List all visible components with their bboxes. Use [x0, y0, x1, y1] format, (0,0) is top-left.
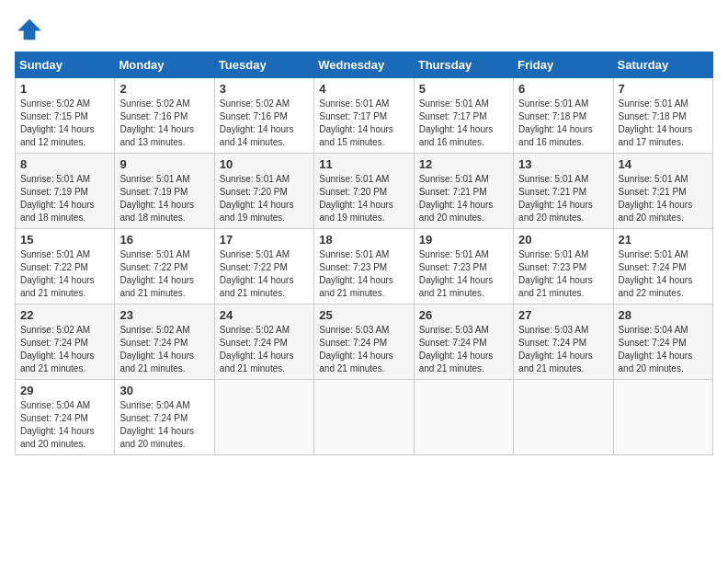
day-number: 10: [220, 157, 309, 171]
calendar-cell: 19Sunrise: 5:01 AMSunset: 7:23 PMDayligh…: [414, 229, 513, 304]
day-number: 13: [518, 157, 608, 171]
day-info: Sunrise: 5:01 AMSunset: 7:23 PMDaylight:…: [319, 249, 393, 298]
day-number: 28: [619, 308, 708, 322]
day-info: Sunrise: 5:04 AMSunset: 7:24 PMDaylight:…: [119, 400, 194, 449]
day-number: 2: [119, 82, 209, 96]
calendar-cell: 18Sunrise: 5:01 AMSunset: 7:23 PMDayligh…: [314, 229, 414, 304]
day-number: 9: [119, 157, 209, 171]
calendar-cell: [214, 380, 313, 455]
calendar-cell: 24Sunrise: 5:02 AMSunset: 7:24 PMDayligh…: [214, 304, 313, 380]
day-info: Sunrise: 5:01 AMSunset: 7:20 PMDaylight:…: [319, 174, 393, 223]
week-row-5: 29Sunrise: 5:04 AMSunset: 7:24 PMDayligh…: [16, 380, 713, 455]
calendar-cell: 14Sunrise: 5:01 AMSunset: 7:21 PMDayligh…: [613, 154, 712, 229]
calendar-cell: 21Sunrise: 5:01 AMSunset: 7:24 PMDayligh…: [613, 229, 712, 304]
calendar-cell: 8Sunrise: 5:01 AMSunset: 7:19 PMDaylight…: [16, 154, 115, 229]
day-number: 22: [20, 308, 109, 322]
calendar-cell: 7Sunrise: 5:01 AMSunset: 7:18 PMDaylight…: [613, 78, 712, 154]
day-info: Sunrise: 5:01 AMSunset: 7:18 PMDaylight:…: [518, 98, 593, 147]
calendar-cell: [414, 380, 513, 455]
day-number: 4: [319, 82, 408, 96]
header-thursday: Thursday: [414, 52, 513, 78]
day-info: Sunrise: 5:02 AMSunset: 7:15 PMDaylight:…: [20, 98, 95, 147]
calendar-cell: [613, 380, 712, 455]
day-info: Sunrise: 5:01 AMSunset: 7:22 PMDaylight:…: [20, 249, 95, 298]
calendar-cell: [314, 380, 414, 455]
calendar-table: SundayMondayTuesdayWednesdayThursdayFrid…: [15, 52, 713, 455]
day-number: 17: [220, 233, 309, 247]
svg-marker-0: [17, 19, 41, 40]
week-row-2: 8Sunrise: 5:01 AMSunset: 7:19 PMDaylight…: [16, 154, 713, 229]
day-number: 1: [20, 82, 109, 96]
day-info: Sunrise: 5:01 AMSunset: 7:21 PMDaylight:…: [619, 174, 693, 223]
calendar-cell: 29Sunrise: 5:04 AMSunset: 7:24 PMDayligh…: [16, 380, 115, 455]
calendar-cell: [514, 380, 613, 455]
calendar-cell: 16Sunrise: 5:01 AMSunset: 7:22 PMDayligh…: [115, 229, 214, 304]
day-info: Sunrise: 5:01 AMSunset: 7:19 PMDaylight:…: [20, 174, 95, 223]
header-sunday: Sunday: [16, 52, 115, 78]
day-info: Sunrise: 5:03 AMSunset: 7:24 PMDaylight:…: [419, 325, 494, 373]
calendar-cell: 10Sunrise: 5:01 AMSunset: 7:20 PMDayligh…: [214, 154, 313, 229]
calendar-cell: 20Sunrise: 5:01 AMSunset: 7:23 PMDayligh…: [514, 229, 613, 304]
calendar-cell: 28Sunrise: 5:04 AMSunset: 7:24 PMDayligh…: [613, 304, 712, 380]
day-number: 14: [619, 157, 708, 171]
day-info: Sunrise: 5:01 AMSunset: 7:22 PMDaylight:…: [119, 249, 194, 298]
day-info: Sunrise: 5:04 AMSunset: 7:24 PMDaylight:…: [20, 400, 95, 449]
header-row: SundayMondayTuesdayWednesdayThursdayFrid…: [16, 52, 713, 78]
day-info: Sunrise: 5:04 AMSunset: 7:24 PMDaylight:…: [619, 325, 693, 373]
calendar-cell: 22Sunrise: 5:02 AMSunset: 7:24 PMDayligh…: [16, 304, 115, 380]
day-number: 19: [419, 233, 508, 247]
day-number: 5: [419, 82, 508, 96]
day-number: 12: [419, 157, 508, 171]
day-number: 24: [220, 308, 309, 322]
day-info: Sunrise: 5:02 AMSunset: 7:16 PMDaylight:…: [119, 98, 194, 147]
day-number: 30: [119, 384, 209, 397]
week-row-4: 22Sunrise: 5:02 AMSunset: 7:24 PMDayligh…: [16, 304, 713, 380]
day-info: Sunrise: 5:01 AMSunset: 7:24 PMDaylight:…: [619, 249, 693, 298]
day-info: Sunrise: 5:01 AMSunset: 7:17 PMDaylight:…: [419, 98, 494, 147]
day-info: Sunrise: 5:01 AMSunset: 7:23 PMDaylight:…: [419, 249, 494, 298]
day-info: Sunrise: 5:01 AMSunset: 7:20 PMDaylight:…: [220, 174, 294, 223]
day-info: Sunrise: 5:02 AMSunset: 7:24 PMDaylight:…: [119, 325, 194, 373]
day-number: 8: [20, 157, 109, 171]
calendar-cell: 5Sunrise: 5:01 AMSunset: 7:17 PMDaylight…: [414, 78, 513, 154]
day-info: Sunrise: 5:02 AMSunset: 7:24 PMDaylight:…: [20, 325, 95, 373]
calendar-cell: 2Sunrise: 5:02 AMSunset: 7:16 PMDaylight…: [115, 78, 214, 154]
week-row-3: 15Sunrise: 5:01 AMSunset: 7:22 PMDayligh…: [16, 229, 713, 304]
logo: [15, 15, 48, 44]
calendar-cell: 26Sunrise: 5:03 AMSunset: 7:24 PMDayligh…: [414, 304, 513, 380]
day-number: 29: [20, 384, 109, 397]
day-number: 25: [319, 308, 408, 322]
day-number: 11: [319, 157, 408, 171]
logo-icon: [15, 15, 44, 44]
week-row-1: 1Sunrise: 5:02 AMSunset: 7:15 PMDaylight…: [16, 78, 713, 154]
day-number: 20: [518, 233, 608, 247]
calendar-cell: 3Sunrise: 5:02 AMSunset: 7:16 PMDaylight…: [214, 78, 313, 154]
day-number: 15: [20, 233, 109, 247]
calendar-cell: 27Sunrise: 5:03 AMSunset: 7:24 PMDayligh…: [514, 304, 613, 380]
day-info: Sunrise: 5:01 AMSunset: 7:23 PMDaylight:…: [518, 249, 593, 298]
calendar-cell: 30Sunrise: 5:04 AMSunset: 7:24 PMDayligh…: [115, 380, 214, 455]
calendar-cell: 11Sunrise: 5:01 AMSunset: 7:20 PMDayligh…: [314, 154, 414, 229]
day-number: 16: [119, 233, 209, 247]
day-number: 21: [619, 233, 708, 247]
day-number: 3: [220, 82, 309, 96]
calendar-cell: 15Sunrise: 5:01 AMSunset: 7:22 PMDayligh…: [16, 229, 115, 304]
day-info: Sunrise: 5:03 AMSunset: 7:24 PMDaylight:…: [319, 325, 393, 373]
day-info: Sunrise: 5:01 AMSunset: 7:21 PMDaylight:…: [419, 174, 494, 223]
day-number: 18: [319, 233, 408, 247]
header-friday: Friday: [514, 52, 613, 78]
header-tuesday: Tuesday: [214, 52, 313, 78]
day-number: 26: [419, 308, 508, 322]
day-info: Sunrise: 5:02 AMSunset: 7:24 PMDaylight:…: [220, 325, 294, 373]
calendar-cell: 25Sunrise: 5:03 AMSunset: 7:24 PMDayligh…: [314, 304, 414, 380]
day-info: Sunrise: 5:03 AMSunset: 7:24 PMDaylight:…: [518, 325, 593, 373]
calendar-cell: 4Sunrise: 5:01 AMSunset: 7:17 PMDaylight…: [314, 78, 414, 154]
calendar-cell: 1Sunrise: 5:02 AMSunset: 7:15 PMDaylight…: [16, 78, 115, 154]
calendar-cell: 9Sunrise: 5:01 AMSunset: 7:19 PMDaylight…: [115, 154, 214, 229]
day-info: Sunrise: 5:01 AMSunset: 7:22 PMDaylight:…: [220, 249, 294, 298]
calendar-cell: 12Sunrise: 5:01 AMSunset: 7:21 PMDayligh…: [414, 154, 513, 229]
header-wednesday: Wednesday: [314, 52, 414, 78]
calendar-cell: 13Sunrise: 5:01 AMSunset: 7:21 PMDayligh…: [514, 154, 613, 229]
day-info: Sunrise: 5:02 AMSunset: 7:16 PMDaylight:…: [220, 98, 294, 147]
day-number: 27: [518, 308, 608, 322]
